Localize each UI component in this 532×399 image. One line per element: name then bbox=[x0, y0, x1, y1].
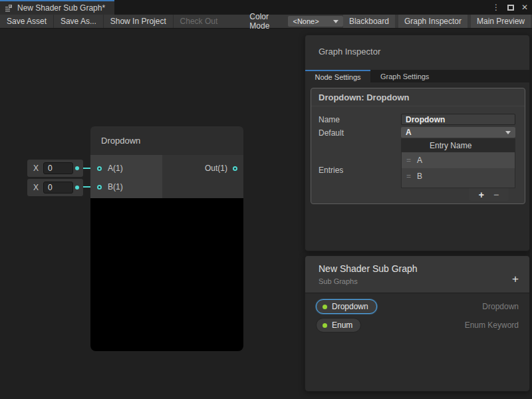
blackboard-toggle-button[interactable]: Blackboard bbox=[343, 15, 395, 28]
output-port-icon[interactable] bbox=[233, 166, 237, 171]
section-title: Dropdown: Dropdown bbox=[311, 88, 525, 106]
subgraph-asset-icon bbox=[5, 4, 13, 13]
chevron-down-icon bbox=[505, 131, 511, 134]
entry-name: A bbox=[417, 156, 422, 165]
window-controls: ⋮ ✕ bbox=[492, 0, 528, 15]
entries-list-header: Entry Name bbox=[402, 139, 515, 152]
check-out-button[interactable]: Check Out bbox=[174, 15, 225, 28]
node-title[interactable]: Dropdown bbox=[90, 126, 243, 155]
property-type: Dropdown bbox=[482, 302, 519, 311]
property-name: Dropdown bbox=[332, 302, 368, 311]
axis-label: X bbox=[33, 183, 39, 192]
default-dropdown[interactable]: A bbox=[401, 127, 515, 138]
show-in-project-button[interactable]: Show In Project bbox=[104, 15, 173, 28]
entries-list: Entry Name = A = B bbox=[401, 138, 515, 188]
color-mode-dropdown[interactable]: <None> bbox=[288, 16, 342, 27]
dropdown-settings-section: Dropdown: Dropdown Name Dropdown Default… bbox=[311, 88, 525, 204]
remove-entry-button[interactable]: − bbox=[493, 190, 499, 200]
port-label-a: A(1) bbox=[108, 164, 123, 173]
entries-list-footer: + − bbox=[469, 188, 509, 201]
inspector-body: Dropdown: Dropdown Name Dropdown Default… bbox=[305, 82, 529, 251]
inspector-tabs: Node Settings Graph Settings bbox=[305, 70, 529, 82]
add-entry-button[interactable]: + bbox=[479, 190, 484, 200]
port-label-b: B(1) bbox=[108, 182, 123, 192]
blackboard-header[interactable]: New Shader Sub Graph Sub Graphs + bbox=[305, 256, 529, 293]
input-ports: A(1) B(1) bbox=[90, 155, 162, 198]
chevron-down-icon bbox=[333, 20, 338, 23]
blackboard-panel: New Shader Sub Graph Sub Graphs + Dropdo… bbox=[305, 255, 530, 392]
color-mode-value: <None> bbox=[293, 17, 319, 25]
add-property-button[interactable]: + bbox=[512, 273, 519, 285]
entry-name: B bbox=[417, 172, 422, 181]
blackboard-row-dropdown: Dropdown Dropdown bbox=[305, 298, 529, 315]
connector-dot-icon bbox=[75, 186, 79, 190]
input-port-b-icon[interactable] bbox=[97, 185, 102, 190]
name-label: Name bbox=[319, 115, 340, 124]
graph-canvas[interactable]: X 0 X 0 Dropdown A(1) B(1) bbox=[0, 29, 532, 399]
node-port-area: A(1) B(1) Out(1) bbox=[90, 155, 243, 198]
value-field-a[interactable]: 0 bbox=[43, 162, 73, 174]
property-type: Enum Keyword bbox=[465, 321, 519, 330]
input-widget-b: X 0 bbox=[27, 179, 83, 196]
dropdown-node[interactable]: Dropdown A(1) B(1) Out(1) bbox=[90, 126, 243, 351]
toolbar-right-group: Blackboard Graph Inspector Main Preview bbox=[343, 15, 531, 28]
default-value: A bbox=[406, 128, 412, 137]
input-widget-a: X 0 bbox=[27, 160, 83, 177]
main-preview-toggle-button[interactable]: Main Preview bbox=[471, 15, 531, 28]
save-asset-button[interactable]: Save Asset bbox=[0, 15, 53, 28]
blackboard-row-enum: Enum Enum Keyword bbox=[305, 317, 529, 334]
name-input[interactable]: Dropdown bbox=[401, 114, 515, 125]
maximize-icon[interactable] bbox=[507, 5, 514, 11]
property-dot-icon bbox=[323, 305, 327, 309]
tab-graph-settings[interactable]: Graph Settings bbox=[370, 70, 439, 82]
blackboard-title: New Shader Sub Graph bbox=[319, 263, 529, 274]
graph-inspector-panel: Graph Inspector Node Settings Graph Sett… bbox=[305, 35, 530, 251]
port-row-out: Out(1) bbox=[162, 160, 243, 177]
value-field-b[interactable]: 0 bbox=[43, 182, 73, 194]
tab-node-settings[interactable]: Node Settings bbox=[305, 70, 370, 82]
default-label: Default bbox=[319, 128, 344, 138]
output-ports: Out(1) bbox=[162, 155, 243, 198]
graph-inspector-toggle-button[interactable]: Graph Inspector bbox=[398, 15, 467, 28]
port-row-a: A(1) bbox=[90, 160, 162, 177]
entry-row-b[interactable]: = B bbox=[402, 168, 515, 184]
blackboard-subtitle: Sub Graphs bbox=[319, 277, 529, 285]
graph-inspector-header[interactable]: Graph Inspector bbox=[305, 35, 529, 70]
document-tab[interactable]: New Shader Sub Graph* bbox=[0, 0, 114, 15]
color-mode-label: Color Mode bbox=[245, 15, 288, 28]
axis-label: X bbox=[33, 164, 39, 173]
port-row-b: B(1) bbox=[90, 178, 162, 196]
input-port-a-icon[interactable] bbox=[97, 166, 102, 171]
window-menu-icon[interactable]: ⋮ bbox=[492, 3, 500, 11]
drag-handle-icon[interactable]: = bbox=[406, 156, 417, 165]
entry-row-a[interactable]: = A bbox=[402, 152, 515, 168]
save-as-button[interactable]: Save As... bbox=[54, 15, 103, 28]
toolbar: Save Asset Save As... Show In Project Ch… bbox=[0, 15, 532, 29]
connector-dot-icon bbox=[75, 166, 79, 170]
property-dot-icon bbox=[323, 323, 327, 328]
property-name: Enum bbox=[332, 321, 352, 330]
node-preview bbox=[90, 198, 243, 351]
close-icon[interactable]: ✕ bbox=[521, 3, 528, 11]
document-tab-title: New Shader Sub Graph* bbox=[17, 3, 105, 13]
property-pill-dropdown[interactable]: Dropdown bbox=[316, 299, 377, 314]
property-pill-enum[interactable]: Enum bbox=[316, 318, 361, 332]
entries-label: Entries bbox=[319, 166, 343, 175]
port-label-out: Out(1) bbox=[205, 164, 227, 173]
drag-handle-icon[interactable]: = bbox=[406, 172, 417, 181]
shader-graph-window: New Shader Sub Graph* ⋮ ✕ Save Asset Sav… bbox=[0, 0, 532, 399]
